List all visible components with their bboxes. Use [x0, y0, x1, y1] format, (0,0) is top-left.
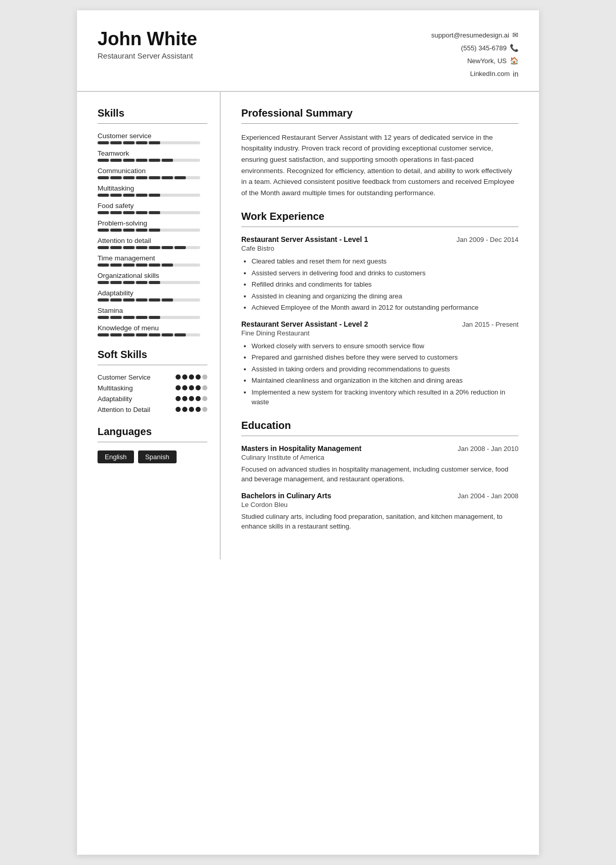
dot-filled	[176, 385, 181, 390]
soft-skills-divider	[98, 365, 207, 365]
job-bullet: Refilled drinks and condiments for table…	[252, 279, 518, 290]
languages-divider	[98, 442, 207, 442]
soft-skill-name: Attention to Detail	[98, 406, 176, 413]
dot-filled	[176, 374, 181, 380]
dot-filled	[182, 385, 187, 390]
skill-bar	[98, 211, 200, 214]
language-tag: Spanish	[138, 450, 177, 463]
dot-filled	[189, 374, 194, 380]
soft-skill-dots	[176, 374, 207, 380]
phone-text: (555) 345-6789	[461, 42, 507, 54]
dot-filled	[196, 374, 201, 380]
language-tags: EnglishSpanish	[98, 450, 207, 463]
job-bullet: Prepared and garnished dishes before the…	[252, 352, 518, 363]
job-bullet: Implemented a new system for tracking in…	[252, 387, 518, 407]
header-right: support@resumedesign.ai ✉ (555) 345-6789…	[431, 29, 518, 81]
jobs-list: Restaurant Server Assistant - Level 1Jan…	[241, 235, 518, 407]
edu-dates: Jan 2004 - Jan 2008	[457, 492, 518, 500]
work-title: Work Experience	[241, 211, 518, 222]
skill-name: Customer service	[98, 132, 207, 140]
soft-skill-dots	[176, 396, 207, 401]
dot-filled	[189, 385, 194, 390]
dot-filled	[189, 407, 194, 412]
soft-skill-row: Adaptability	[98, 395, 207, 403]
skill-bar	[98, 281, 200, 284]
header-left: John White Restaurant Server Assistant	[98, 29, 197, 60]
job-bullet: Achieved Employee of the Month award in …	[252, 303, 518, 313]
dot-filled	[182, 374, 187, 380]
linkedin-text: LinkedIn.com	[470, 68, 510, 80]
contact-email-row: support@resumedesign.ai ✉	[431, 29, 518, 42]
job-entry: Restaurant Server Assistant - Level 2Jan…	[241, 320, 518, 407]
edu-entry: Masters in Hospitality ManagementJan 200…	[241, 444, 518, 484]
dot-filled	[176, 407, 181, 412]
job-header: Restaurant Server Assistant - Level 2Jan…	[241, 320, 518, 328]
languages-title: Languages	[98, 426, 207, 438]
candidate-name: John White	[98, 29, 197, 49]
soft-skill-row: Multitasking	[98, 384, 207, 392]
job-bullet: Worked closely with servers to ensure sm…	[252, 341, 518, 351]
linkedin-icon: in	[513, 68, 518, 81]
dot-empty	[202, 374, 207, 380]
skill-item: Customer service	[98, 132, 207, 144]
skills-title: Skills	[98, 107, 207, 119]
skills-divider	[98, 123, 207, 124]
skill-item: Adaptability	[98, 289, 207, 302]
contact-location-row: NewYork, US 🏠	[431, 54, 518, 67]
dot-empty	[202, 407, 207, 412]
soft-skills-section: Soft Skills Customer ServiceMultitasking…	[98, 349, 207, 413]
edu-school: Culinary Institute of America	[241, 454, 518, 461]
skill-item: Multitasking	[98, 184, 207, 197]
languages-section: Languages EnglishSpanish	[98, 426, 207, 463]
job-bullet: Maintained cleanliness and organization …	[252, 375, 518, 386]
dot-filled	[196, 396, 201, 401]
resume-header: John White Restaurant Server Assistant s…	[77, 10, 539, 92]
skill-bar	[98, 264, 200, 267]
skill-bar	[98, 159, 200, 162]
skill-bar	[98, 141, 200, 144]
work-section: Work Experience Restaurant Server Assist…	[241, 211, 518, 407]
home-icon: 🏠	[510, 54, 518, 67]
soft-skill-dots	[176, 407, 207, 412]
skills-section: Skills Customer serviceTeamworkCommunica…	[98, 107, 207, 336]
job-title: Restaurant Server Assistant - Level 2	[241, 320, 368, 328]
dot-filled	[176, 396, 181, 401]
summary-divider	[241, 123, 518, 124]
education-section: Education Masters in Hospitality Managem…	[241, 420, 518, 532]
skill-item: Teamwork	[98, 149, 207, 162]
skill-name: Organizational skills	[98, 272, 207, 279]
resume: John White Restaurant Server Assistant s…	[77, 10, 539, 855]
skill-item: Attention to detail	[98, 237, 207, 249]
job-title: Restaurant Server Assistant - Level 1	[241, 235, 368, 243]
edu-school: Le Cordon Bleu	[241, 501, 518, 509]
skill-name: Attention to detail	[98, 237, 207, 245]
skill-item: Problem-solving	[98, 219, 207, 232]
education-divider	[241, 436, 518, 436]
skill-bar	[98, 316, 200, 319]
sidebar: Skills Customer serviceTeamworkCommunica…	[77, 92, 221, 559]
edu-degree: Bachelors in Culinary Arts	[241, 492, 331, 500]
contact-phone-row: (555) 345-6789 📞	[431, 42, 518, 54]
job-header: Restaurant Server Assistant - Level 1Jan…	[241, 235, 518, 243]
skill-bar	[98, 333, 200, 336]
skill-bar	[98, 194, 200, 197]
skills-list: Customer serviceTeamworkCommunicationMul…	[98, 132, 207, 336]
dot-filled	[196, 385, 201, 390]
resume-body: Skills Customer serviceTeamworkCommunica…	[77, 92, 539, 559]
edu-header: Bachelors in Culinary ArtsJan 2004 - Jan…	[241, 492, 518, 500]
dot-filled	[182, 396, 187, 401]
soft-skill-name: Multitasking	[98, 384, 176, 392]
summary-section: Professional Summary Experienced Restaur…	[241, 107, 518, 199]
job-bullets: Cleared tables and reset them for next g…	[241, 256, 518, 313]
edu-description: Focused on advanced studies in hospitali…	[241, 464, 518, 484]
skill-name: Knowledge of menu	[98, 324, 207, 332]
skill-bar	[98, 246, 200, 249]
skill-name: Adaptability	[98, 289, 207, 297]
main-content: Professional Summary Experienced Restaur…	[221, 92, 539, 559]
phone-icon: 📞	[510, 42, 518, 54]
edu-header: Masters in Hospitality ManagementJan 200…	[241, 444, 518, 453]
skill-item: Organizational skills	[98, 272, 207, 284]
education-title: Education	[241, 420, 518, 431]
skill-name: Time management	[98, 254, 207, 262]
skill-bar	[98, 298, 200, 302]
